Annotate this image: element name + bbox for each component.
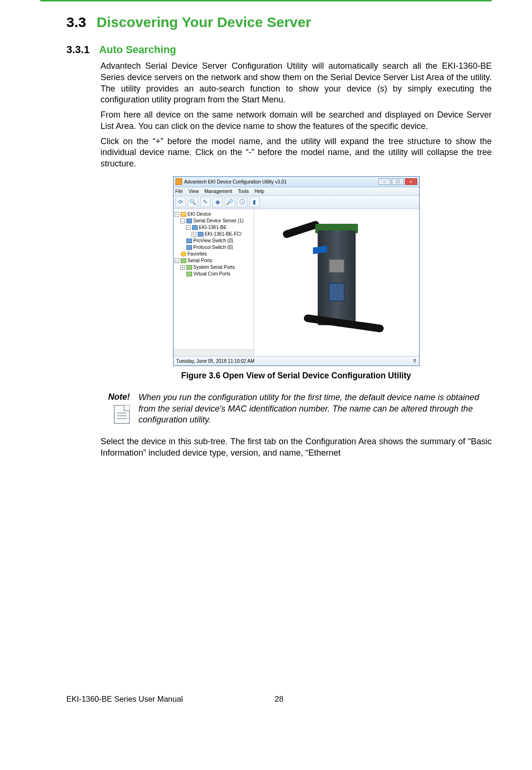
footer-page: 28 (265, 695, 294, 704)
tree-pane: –EKI Device –Serial Device Server (1) –E… (174, 209, 254, 356)
toolbar-btn-7[interactable]: ▮ (249, 197, 260, 207)
app-window: Advantech EKI Device Configuration Utili… (173, 176, 420, 366)
tree-proview[interactable]: ProView Switch (0) (180, 238, 253, 244)
toolbar-btn-3[interactable]: ✎ (200, 197, 211, 207)
menu-tools[interactable]: Tools (238, 189, 249, 194)
subsection-number: 3.3.1 (66, 44, 90, 56)
statusbar: Tuesday, June 05, 2018 11:10:02 AM ⠿ (174, 356, 419, 366)
tree-vcom[interactable]: Virtual Com Ports (180, 271, 253, 277)
note-icon (114, 405, 130, 424)
subsection-title: Auto Searching (99, 44, 176, 56)
subsection-heading: 3.3.1 Auto Searching (66, 44, 492, 56)
section-heading: 3.3 Discovering Your Device Server (66, 14, 492, 30)
tree-serial-device-server[interactable]: –Serial Device Server (1) (180, 218, 253, 224)
tree-favorites[interactable]: Favorites (174, 251, 253, 257)
toolbar-btn-2[interactable]: 🔍 (188, 197, 198, 207)
toolbar-btn-5[interactable]: 🔎 (225, 197, 235, 207)
status-datetime: Tuesday, June 05, 2018 11:10:02 AM (176, 358, 255, 364)
note-text: When you run the configuration utility f… (138, 392, 492, 426)
maximize-button[interactable]: ☐ (392, 178, 404, 185)
tree-scrollbar[interactable] (174, 349, 254, 356)
paragraph-2: From here all device on the same network… (101, 110, 492, 132)
note-block: Note! When you run the configuration uti… (101, 392, 492, 426)
toolbar-btn-1[interactable]: ⟳ (175, 197, 186, 207)
paragraph-3: Click on the “+” before the model name, … (101, 136, 492, 170)
section-title: Discovering Your Device Server (97, 14, 311, 30)
titlebar: Advantech EKI Device Configuration Utili… (174, 177, 419, 187)
figure-caption: Figure 3.6 Open View of Serial Device Co… (101, 371, 492, 381)
footer-left: EKI-1360-BE Series User Manual (66, 695, 265, 704)
tree-root[interactable]: –EKI Device (174, 211, 253, 218)
paragraph-1: Advantech Serial Device Server Configura… (101, 61, 492, 106)
paragraph-4: Select the device in this sub-tree. The … (101, 436, 492, 459)
section-number: 3.3 (66, 14, 86, 30)
tree-protocol[interactable]: Protocol Switch (0) (180, 244, 253, 251)
tree-unit[interactable]: +EKI-1361-BE-FC/ (192, 231, 253, 238)
menu-view[interactable]: View (189, 189, 199, 194)
toolbar-btn-6[interactable]: ⓘ (237, 197, 248, 207)
toolbar: ⟳ 🔍 ✎ ◉ 🔎 ⓘ ▮ (174, 196, 419, 209)
app-icon (175, 178, 182, 185)
tree-serial-ports[interactable]: –Serial Ports (174, 257, 253, 264)
menu-management[interactable]: Management (204, 189, 232, 194)
tree-model[interactable]: –EKI-1361-BE (186, 224, 253, 231)
footer: EKI-1360-BE Series User Manual 28 (66, 695, 492, 704)
top-rule (40, 0, 492, 1)
menu-help[interactable]: Help (255, 189, 265, 194)
status-grip: ⠿ (413, 358, 416, 364)
figure-3-6: Advantech EKI Device Configuration Utili… (173, 176, 420, 366)
window-title: Advantech EKI Device Configuration Utili… (184, 179, 378, 184)
toolbar-btn-4[interactable]: ◉ (212, 197, 223, 207)
minimize-button[interactable]: – (378, 178, 391, 185)
menu-file[interactable]: File (175, 189, 183, 194)
menubar: File View Management Tools Help (174, 187, 419, 196)
device-image (282, 221, 391, 344)
note-label: Note! (101, 392, 130, 402)
preview-pane (254, 209, 419, 356)
close-button[interactable]: x (405, 178, 417, 185)
tree-system-ports[interactable]: +System Serial Ports (180, 264, 253, 271)
